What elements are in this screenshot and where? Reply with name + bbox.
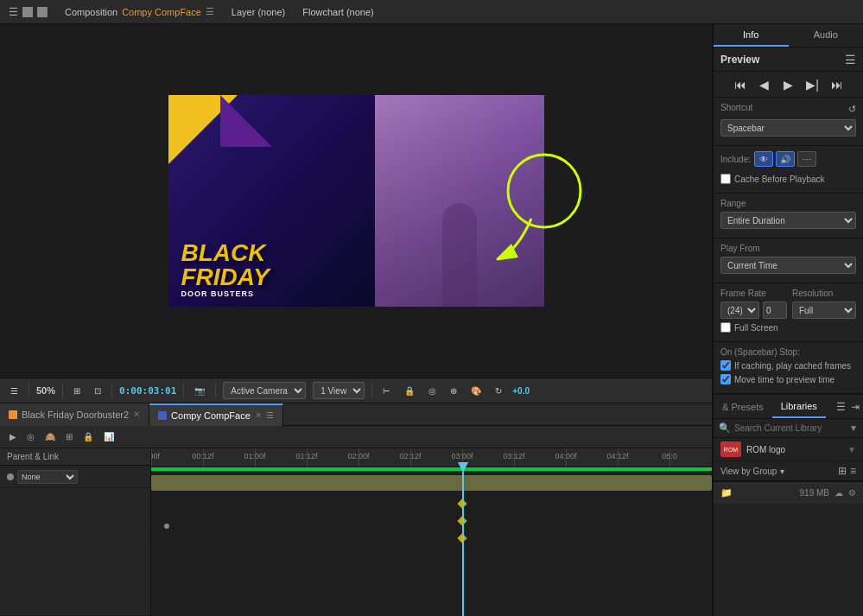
fit-icon[interactable]: ⊞ — [70, 384, 84, 397]
mask-icon[interactable]: ◎ — [425, 384, 440, 397]
transport-controls: ⏮ ◀ ▶ ▶| ⏭ — [714, 72, 863, 98]
libs-search-row: 🔍 ▼ — [714, 419, 863, 438]
libs-search-arrow[interactable]: ▼ — [849, 423, 858, 433]
libs-search-icon: 🔍 — [719, 422, 731, 434]
active-camera-select[interactable]: Active Camera — [223, 382, 306, 399]
tl-frame-btn[interactable]: ⊞ — [63, 430, 75, 443]
ruler-label-5: 02:12f — [399, 452, 421, 460]
libs-tab-presets[interactable]: & Presets — [714, 395, 772, 418]
timeline-right: 0:00f 00:12f 01:00f 01:12f 02:00f 02:12f… — [151, 448, 712, 616]
ruler-label-0: 0:00f — [151, 452, 160, 460]
zoom-level[interactable]: 50% — [36, 385, 55, 396]
ruler-label-3: 01:12f — [295, 452, 317, 460]
tab-audio[interactable]: Audio — [789, 24, 864, 47]
include-overflow-icon[interactable]: ⋯ — [797, 151, 816, 167]
grid-icon[interactable]: ⊡ — [91, 384, 105, 397]
reset-shortcut-btn[interactable]: ↺ — [848, 104, 856, 115]
libs-expand-icon[interactable]: ⇥ — [851, 401, 860, 413]
right-side-panel: Info Audio Preview ☰ ⏮ ◀ ▶ ▶| ⏭ Shortcut… — [712, 24, 863, 616]
sep3 — [111, 383, 112, 398]
include-audio-icon[interactable]: 🔊 — [776, 151, 795, 167]
ruler-icon[interactable]: ⊢ — [379, 384, 394, 397]
tl-solo-btn[interactable]: ◎ — [24, 430, 37, 443]
include-eye-icon[interactable]: 👁 — [754, 151, 773, 167]
transport-next-frame[interactable]: ▶| — [803, 75, 822, 94]
resolution-select[interactable]: Full — [792, 302, 856, 319]
settings-icon[interactable]: ⚙ — [848, 488, 856, 498]
tab-menu-2[interactable]: ☰ — [266, 410, 274, 420]
comp-menu[interactable]: ☰ — [206, 6, 214, 17]
toolbar-menu-btn[interactable]: ☰ — [7, 384, 22, 397]
tl-shy-btn[interactable]: 🙈 — [42, 430, 58, 443]
range-section: Range Entire Duration — [714, 194, 863, 238]
libs-search-input[interactable] — [734, 423, 846, 433]
shortcut-row: Shortcut ↺ — [720, 103, 856, 116]
framerate-select[interactable]: (24) — [720, 302, 759, 319]
close-icon[interactable] — [37, 7, 48, 17]
cloud-icon[interactable]: ☁ — [834, 488, 843, 498]
view-list-icon[interactable]: ≡ — [850, 465, 856, 477]
channel-icon[interactable]: ⊕ — [447, 384, 460, 397]
libs-tab-libraries[interactable]: Libraries — [772, 395, 826, 418]
save-icon[interactable] — [22, 7, 33, 17]
shortcut-value-row: Spacebar — [720, 119, 856, 137]
view-select[interactable]: 1 View — [313, 382, 365, 399]
fullscreen-label: Full Screen — [734, 323, 778, 333]
transport-prev-frame[interactable]: ◀ — [755, 75, 774, 94]
cache-checkbox[interactable] — [720, 174, 731, 184]
color-icon[interactable]: 🎨 — [467, 384, 485, 397]
transport-go-start[interactable]: ⏮ — [731, 75, 750, 94]
shortcut-select[interactable]: Spacebar — [720, 119, 856, 137]
move-time-checkbox[interactable] — [720, 374, 731, 384]
play-from-select[interactable]: Current Time — [720, 257, 856, 274]
sep1 — [29, 383, 29, 398]
view-icons: ⊞ ≡ — [838, 465, 856, 477]
playhead[interactable] — [462, 467, 464, 616]
lock-icon[interactable]: 🔒 — [401, 384, 418, 397]
status-folder-icon[interactable]: 📁 — [720, 487, 733, 499]
parent-select[interactable]: None — [17, 470, 78, 484]
tab-close-2[interactable]: ✕ — [255, 410, 262, 420]
include-section: Include: 👁 🔊 ⋯ Cache Before Playback — [714, 146, 863, 194]
tab-compy[interactable]: Compy CompFace ✕ ☰ — [149, 403, 283, 426]
tl-expand-btn[interactable]: ▶ — [7, 430, 19, 443]
skip-frames-input[interactable] — [763, 302, 787, 319]
fullscreen-checkbox[interactable] — [720, 322, 731, 333]
preview-header: Preview ☰ — [714, 48, 863, 72]
view-by-chevron[interactable]: ▾ — [780, 467, 784, 476]
tl-graph-btn[interactable]: 📊 — [101, 430, 117, 443]
rotate-icon[interactable]: ↻ — [492, 384, 505, 397]
comp-preview: BLACK FRIDAY DOOR BUSTERS — [168, 95, 544, 307]
ruler-label-10: 05:0 — [662, 452, 677, 460]
viewer-area: BLACK FRIDAY DOOR BUSTERS — [0, 24, 712, 378]
timecode: 0:00:03:01 — [119, 385, 176, 397]
ruler-label-6: 03:00f — [451, 452, 473, 460]
play-cached-checkbox[interactable] — [720, 360, 731, 371]
preview-menu-icon[interactable]: ☰ — [845, 53, 856, 67]
info-audio-tabs: Info Audio — [714, 24, 863, 48]
range-select[interactable]: Entire Duration — [720, 212, 856, 229]
framerate-section: Frame Rate (24) Resolution Full — [714, 283, 863, 342]
include-row: Include: 👁 🔊 ⋯ — [720, 151, 856, 170]
view-grid-icon[interactable]: ⊞ — [838, 465, 847, 477]
layer-vis-icon[interactable] — [7, 473, 14, 480]
camera-icon[interactable]: 📷 — [191, 384, 208, 397]
transport-go-end[interactable]: ⏭ — [828, 75, 847, 94]
view-by-row: View by Group ▾ ⊞ ≡ — [714, 461, 863, 481]
tab-close-1[interactable]: ✕ — [133, 410, 140, 419]
transport-play[interactable]: ▶ — [779, 75, 798, 94]
preview-panel: Preview ☰ ⏮ ◀ ▶ ▶| ⏭ Shortcut ↺ Spaceb — [714, 48, 863, 616]
timeline-controls: ▶ ◎ 🙈 ⊞ 🔒 📊 — [0, 426, 712, 448]
tl-track-2 — [151, 495, 712, 514]
cache-row: Cache Before Playback — [720, 174, 856, 184]
libs-menu-icon[interactable]: ☰ — [836, 401, 846, 413]
libs-tabs: & Presets Libraries ☰ ⇥ — [714, 395, 863, 419]
tab-info[interactable]: Info — [714, 24, 789, 47]
app-menu-icon[interactable]: ☰ — [9, 6, 18, 18]
libs-item-rom[interactable]: ROM ROM logo ▼ — [714, 438, 863, 461]
tab-bfd[interactable]: Black Friday Doorbuster2 ✕ — [0, 403, 149, 426]
tl-lock-btn[interactable]: 🔒 — [80, 430, 96, 443]
tab-icon-orange — [9, 410, 17, 419]
ruler-label-2: 01:00f — [244, 452, 265, 460]
ruler-label-1: 00:12f — [192, 452, 213, 460]
